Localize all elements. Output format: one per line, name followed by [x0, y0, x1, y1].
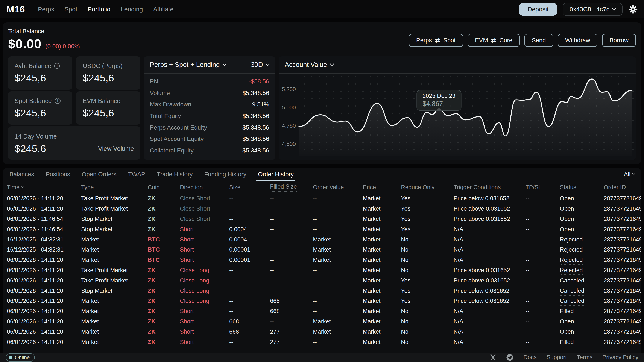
cell-reduce-only: No [401, 339, 454, 346]
action-button-borrow[interactable]: Borrow [602, 34, 636, 47]
x-twitter-icon[interactable] [490, 354, 496, 361]
view-volume-link[interactable]: View Volume [98, 145, 134, 152]
tab-open-orders[interactable]: Open Orders [82, 168, 116, 181]
footer-links: DocsSupportTermsPrivacy Policy [490, 354, 638, 361]
column-header-type[interactable]: Type [81, 184, 148, 191]
cell-status: Rejected [560, 236, 604, 243]
cell-reduce-only: Yes [401, 288, 454, 294]
nav-item-perps[interactable]: Perps [38, 6, 54, 13]
column-header-order-value[interactable]: Order Value [313, 184, 363, 191]
cell-type: Take Profit Market [81, 267, 148, 274]
footer-link-docs[interactable]: Docs [523, 354, 537, 361]
column-label: Time [7, 184, 20, 191]
cell-direction: Short [180, 236, 229, 243]
action-button-send[interactable]: Send [524, 34, 553, 47]
cell-price: Market [363, 298, 401, 304]
tab-twap[interactable]: TWAP [128, 168, 145, 181]
column-header-status[interactable]: Status [560, 184, 604, 191]
cell-coin: ZK [148, 226, 180, 233]
account-value-chart-panel: Account Value 5,2505,0004,7504,500 2025 … [279, 56, 636, 160]
cell-tpsl: -- [526, 195, 560, 202]
column-header-order-id[interactable]: Order ID [604, 184, 639, 191]
action-button-withdraw[interactable]: Withdraw [558, 34, 598, 47]
nav-item-spot[interactable]: Spot [64, 6, 77, 13]
table-row[interactable]: 06/01/2026 - 14:11:20MarketZKClose Long-… [3, 296, 641, 306]
cell-order-id: 287737721649 [604, 246, 639, 253]
settings-gear-icon[interactable] [628, 5, 638, 14]
cell-time: 06/01/2026 - 14:11:20 [7, 288, 81, 294]
chart-plot-area[interactable]: 2025 Dec 29 $4,867 [298, 76, 634, 156]
stat-label: Total Equity [150, 113, 181, 119]
stats-period-dropdown[interactable]: 30D [251, 61, 269, 69]
wallet-selector[interactable]: 0x43C8...4c7c [563, 3, 622, 16]
table-row[interactable]: 06/01/2026 - 14:11:20MarketZKShort--668-… [3, 306, 641, 317]
column-header-reduce-only[interactable]: Reduce Only [401, 184, 454, 191]
column-header-filled-size[interactable]: Filled Size [270, 183, 313, 192]
cell-size: -- [229, 205, 270, 212]
swap-arrows-icon: ⇄ [435, 37, 440, 43]
status-badge: Canceled [560, 288, 584, 296]
column-header-trigger-conditions[interactable]: Trigger Conditions [454, 184, 526, 191]
cell-filled-size: -- [270, 267, 313, 274]
footer-link-support[interactable]: Support [546, 354, 567, 361]
chart-metric-dropdown[interactable]: Account Value [285, 61, 334, 69]
table-row[interactable]: 06/01/2026 - 14:11:20MarketBTCShort0.000… [3, 255, 641, 265]
card-content: Avb. Balancei$245,6 [14, 62, 66, 84]
footer-link-privacy-policy[interactable]: Privacy Policy [602, 354, 638, 361]
cell-price: Market [363, 236, 401, 243]
tab-balances[interactable]: Balances [10, 168, 34, 181]
balance-card-spot-balance: Spot Balancei$245,6 [8, 91, 72, 125]
table-row[interactable]: 06/01/2026 - 14:11:20MarketZKShort--277-… [3, 337, 641, 347]
table-row[interactable]: 06/01/2026 - 14:11:20MarketZKShort668277… [3, 327, 641, 337]
action-button-evm-core[interactable]: EVM⇄Core [468, 34, 520, 47]
chevron-down-icon [632, 172, 635, 175]
table-row[interactable]: 16/12/2025 - 04:32:31MarketBTCShort0.000… [3, 245, 641, 255]
stats-scope-dropdown[interactable]: Perps + Spot + Lending [150, 61, 226, 69]
nav-item-lending[interactable]: Lending [121, 6, 143, 13]
tooltip-value: $4,867 [422, 100, 455, 108]
action-label: EVM [475, 37, 488, 44]
cell-reduce-only: No [401, 246, 454, 253]
footer-link-terms[interactable]: Terms [576, 354, 592, 361]
column-header-direction[interactable]: Direction [180, 184, 229, 191]
cell-tpsl: -- [526, 216, 560, 222]
table-row[interactable]: 06/01/2026 - 14:11:20Stop MarketZKClose … [3, 286, 641, 296]
cell-time: 06/01/2026 - 14:11:20 [7, 318, 81, 325]
table-row[interactable]: 06/01/2026 - 14:11:20Take Profit MarketZ… [3, 193, 641, 204]
balance-card-avb-balance: Avb. Balancei$245,6 [8, 56, 72, 90]
stats-panel: Perps + Spot + Lending 30D PNL-$58.56Vol… [144, 56, 275, 160]
tab-positions[interactable]: Positions [46, 168, 70, 181]
table-row[interactable]: 06/01/2026 - 11:46:54Stop MarketZKClose … [3, 214, 641, 224]
nav-item-affiliate[interactable]: Affiliate [153, 6, 174, 13]
table-row[interactable]: 06/01/2026 - 14:11:20Take Profit MarketZ… [3, 204, 641, 214]
tab-funding-history[interactable]: Funding History [204, 168, 246, 181]
cell-direction: Short [180, 257, 229, 263]
stat-label: Max Drawdown [150, 101, 191, 108]
column-header-time[interactable]: Time [7, 184, 81, 191]
tab-order-history[interactable]: Order History [258, 168, 294, 181]
cell-order-value: -- [313, 226, 363, 233]
cell-size: 0.0004 [229, 236, 270, 243]
tab-trade-history[interactable]: Trade History [157, 168, 193, 181]
chevron-down-icon [222, 62, 226, 66]
cell-time: 06/01/2026 - 11:46:54 [7, 226, 81, 233]
filter-all-dropdown[interactable]: All [624, 171, 634, 178]
total-balance-change: (0.00) 0.00% [45, 43, 80, 50]
table-row[interactable]: 16/12/2025 - 04:32:31MarketBTCShort0.000… [3, 234, 641, 245]
column-header-price[interactable]: Price [363, 184, 401, 191]
column-header-coin[interactable]: Coin [148, 184, 180, 191]
action-button-perps-spot[interactable]: Perps⇄Spot [409, 34, 463, 47]
column-header-size[interactable]: Size [229, 184, 270, 191]
telegram-icon[interactable] [506, 354, 514, 361]
deposit-button[interactable]: Deposit [519, 3, 557, 16]
nav-item-portfolio[interactable]: Portfolio [88, 6, 110, 13]
table-row[interactable]: 06/01/2026 - 14:11:20Take Profit MarketZ… [3, 275, 641, 286]
column-header-tp-sl[interactable]: TP/SL [526, 184, 560, 191]
balance-card-usdc-perps: USDC (Perps)$245,6 [76, 56, 140, 90]
table-row[interactable]: 06/01/2026 - 14:11:20MarketZKShort668--M… [3, 317, 641, 327]
table-row[interactable]: 06/01/2026 - 14:11:20Take Profit MarketZ… [3, 265, 641, 276]
cell-tpsl: -- [526, 288, 560, 294]
action-label: Perps [416, 37, 432, 44]
table-row[interactable]: 06/01/2026 - 11:46:54Stop MarketZKShort0… [3, 224, 641, 234]
online-status-label: Online [15, 355, 30, 361]
